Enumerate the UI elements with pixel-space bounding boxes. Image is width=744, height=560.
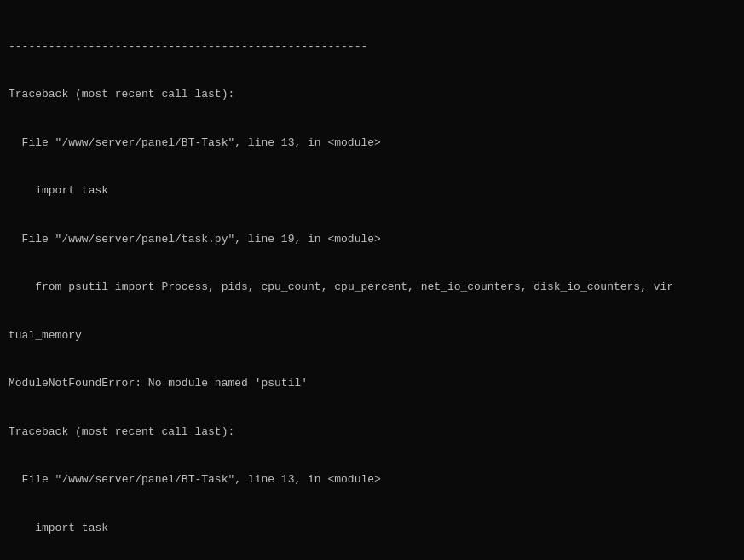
terminal-line-6: from psutil import Process, pids, cpu_co… xyxy=(9,280,735,296)
terminal-line-8: ModuleNotFoundError: No module named 'ps… xyxy=(9,376,735,392)
terminal-line-9: Traceback (most recent call last): xyxy=(9,424,735,441)
terminal-line-1: ----------------------------------------… xyxy=(9,39,735,55)
terminal-line-5: File "/www/server/panel/task.py", line 1… xyxy=(9,232,735,248)
terminal-line-11: import task xyxy=(9,521,735,537)
terminal-window[interactable]: ----------------------------------------… xyxy=(0,0,744,560)
terminal-line-2: Traceback (most recent call last): xyxy=(9,87,735,103)
terminal-line-10: File "/www/server/panel/BT-Task", line 1… xyxy=(9,472,735,488)
terminal-line-4: import task xyxy=(9,183,735,199)
terminal-line-7: tual_memory xyxy=(9,328,735,344)
terminal-line-3: File "/www/server/panel/BT-Task", line 1… xyxy=(9,136,735,152)
